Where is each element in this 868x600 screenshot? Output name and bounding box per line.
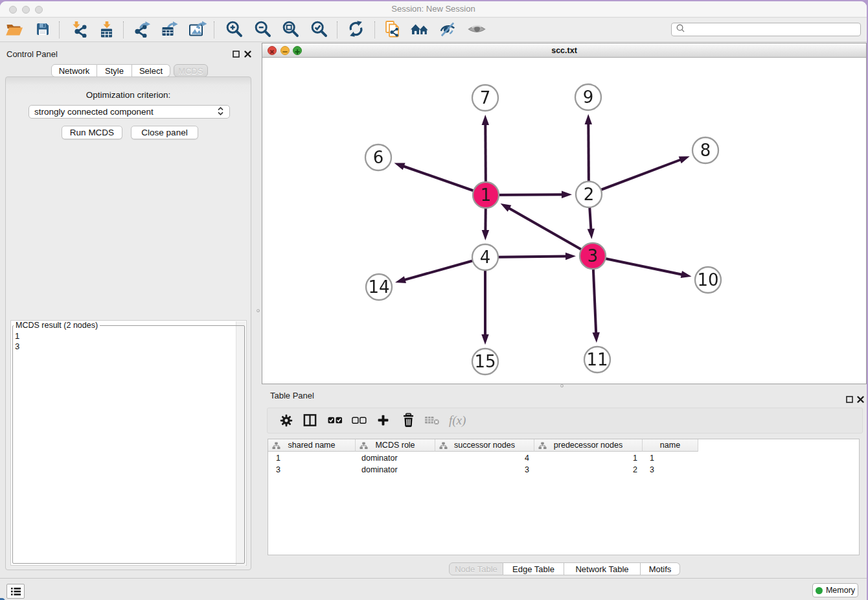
svg-text:4: 4 bbox=[480, 248, 491, 267]
desktop: Session: New Session bbox=[0, 0, 868, 600]
table-row[interactable]: 3dominator323 bbox=[268, 464, 859, 476]
control-panel-tabs: NetworkStyleSelectMCDS bbox=[51, 64, 208, 77]
split-columns-icon bbox=[303, 413, 317, 430]
graph-node-2[interactable]: 2 bbox=[576, 181, 602, 207]
graph-node-3[interactable]: 3 bbox=[580, 243, 606, 269]
tab-network[interactable]: Network bbox=[51, 64, 97, 77]
close-icon[interactable] bbox=[244, 50, 252, 58]
tab-style[interactable]: Style bbox=[97, 64, 132, 77]
table-cell[interactable]: dominator bbox=[356, 464, 435, 476]
graph-node-14[interactable]: 14 bbox=[366, 274, 392, 300]
save-session-button[interactable] bbox=[29, 20, 56, 40]
toolbar-separator bbox=[337, 21, 337, 38]
tab-mcds[interactable]: MCDS bbox=[174, 64, 208, 77]
graph-node-6[interactable]: 6 bbox=[365, 144, 391, 170]
table-tabs: Node TableEdge TableNetwork TableMotifs bbox=[449, 562, 680, 575]
control-panel-title: Control Panel bbox=[6, 49, 58, 59]
toolbar-separator bbox=[59, 21, 60, 38]
export-network-button[interactable] bbox=[128, 20, 155, 40]
import-table-button[interactable] bbox=[93, 20, 120, 40]
list-icon[interactable] bbox=[6, 584, 25, 599]
fx-icon: f(x) bbox=[448, 413, 470, 430]
column-header-successor-nodes[interactable]: successor nodes bbox=[435, 439, 534, 452]
function-builder-button[interactable]: f(x) bbox=[448, 408, 471, 434]
network-canvas[interactable]: 7968124314101511 bbox=[262, 58, 866, 384]
tab-node-table[interactable]: Node Table bbox=[449, 562, 503, 575]
zoom-selected-button[interactable] bbox=[306, 20, 333, 40]
graph-node-10[interactable]: 10 bbox=[695, 267, 721, 293]
close-panel-button[interactable]: Close panel bbox=[131, 126, 198, 139]
table-settings-button[interactable] bbox=[275, 408, 298, 434]
graph-node-1[interactable]: 1 bbox=[473, 182, 499, 208]
table-cell[interactable]: 3 bbox=[268, 464, 356, 476]
table-cell[interactable]: 3 bbox=[643, 464, 698, 476]
float-icon[interactable] bbox=[845, 395, 854, 404]
zoom-out-button[interactable] bbox=[249, 20, 277, 40]
graph-node-4[interactable]: 4 bbox=[472, 244, 498, 270]
search-input[interactable] bbox=[688, 25, 860, 35]
result-item[interactable]: 1 bbox=[15, 331, 19, 341]
home-button[interactable] bbox=[406, 20, 433, 40]
tree-icon bbox=[360, 442, 368, 452]
zoom-fit-button[interactable] bbox=[277, 20, 304, 40]
import-network-button[interactable] bbox=[65, 20, 93, 40]
select-all-columns-button[interactable] bbox=[323, 408, 347, 434]
tab-motifs[interactable]: Motifs bbox=[641, 562, 680, 575]
svg-text:2: 2 bbox=[584, 185, 595, 204]
column-header-MCDS-role[interactable]: MCDS role bbox=[356, 439, 435, 452]
table-cell[interactable]: 1 bbox=[534, 452, 643, 464]
criterion-select[interactable]: strongly connected component bbox=[29, 105, 230, 119]
memory-button[interactable]: Memory bbox=[812, 583, 858, 597]
checked-boxes-icon bbox=[328, 417, 343, 426]
run-mcds-button[interactable]: Run MCDS bbox=[62, 126, 122, 139]
table-cell[interactable]: 3 bbox=[435, 464, 534, 476]
table-toolbar: f(x) bbox=[267, 408, 863, 433]
svg-text:10: 10 bbox=[697, 270, 718, 290]
svg-text:14: 14 bbox=[368, 277, 389, 297]
zoom-in-button[interactable] bbox=[221, 20, 248, 40]
delete-table-button[interactable] bbox=[420, 408, 444, 434]
graph-node-9[interactable]: 9 bbox=[575, 84, 601, 110]
table-cell[interactable]: 1 bbox=[643, 452, 698, 464]
search-icon bbox=[676, 23, 685, 36]
show-columns-button[interactable] bbox=[298, 408, 321, 434]
tree-icon bbox=[272, 442, 280, 452]
result-item[interactable]: 3 bbox=[15, 341, 19, 352]
table-cell[interactable]: 2 bbox=[534, 464, 643, 476]
toolbar-separator bbox=[123, 21, 124, 38]
graph-node-7[interactable]: 7 bbox=[472, 85, 498, 111]
open-session-button[interactable] bbox=[1, 20, 28, 40]
home-icon bbox=[410, 21, 429, 39]
search-box bbox=[671, 23, 861, 36]
table-cell[interactable]: 1 bbox=[268, 452, 356, 464]
unselect-all-columns-button[interactable] bbox=[347, 408, 371, 434]
toggle-graphics-details-button[interactable] bbox=[434, 20, 461, 40]
tab-network-table[interactable]: Network Table bbox=[564, 562, 641, 575]
column-header-name[interactable]: name bbox=[643, 439, 698, 452]
graph-node-15[interactable]: 15 bbox=[472, 349, 498, 375]
export-image-button[interactable] bbox=[184, 20, 211, 40]
tab-select[interactable]: Select bbox=[132, 64, 170, 77]
apply-layout-button[interactable] bbox=[342, 20, 369, 40]
float-icon[interactable] bbox=[232, 50, 240, 58]
graph-node-8[interactable]: 8 bbox=[692, 137, 718, 163]
vertical-splitter[interactable] bbox=[256, 42, 262, 578]
svg-text:1: 1 bbox=[481, 185, 492, 205]
column-header-shared-name[interactable]: shared name bbox=[268, 439, 356, 452]
show-hide-button[interactable] bbox=[463, 20, 490, 40]
network-overview-button[interactable] bbox=[379, 20, 406, 40]
node-table: shared name MCDS role successor nodes pr… bbox=[268, 439, 860, 555]
table-cell[interactable]: 4 bbox=[435, 452, 534, 464]
tree-icon bbox=[538, 442, 547, 452]
add-column-button[interactable] bbox=[372, 408, 395, 434]
delete-column-button[interactable] bbox=[396, 408, 420, 434]
column-header-predecessor-nodes[interactable]: predecessor nodes bbox=[534, 439, 643, 452]
network-window-titlebar[interactable]: scc.txt bbox=[262, 43, 866, 58]
table-row[interactable]: 1dominator411 bbox=[268, 452, 859, 464]
tab-edge-table[interactable]: Edge Table bbox=[503, 562, 564, 575]
table-cell[interactable]: dominator bbox=[356, 452, 435, 464]
close-icon[interactable] bbox=[856, 395, 865, 404]
mcds-result-groupbox bbox=[12, 325, 245, 564]
graph-node-11[interactable]: 11 bbox=[584, 347, 610, 373]
export-table-button[interactable] bbox=[155, 20, 183, 40]
